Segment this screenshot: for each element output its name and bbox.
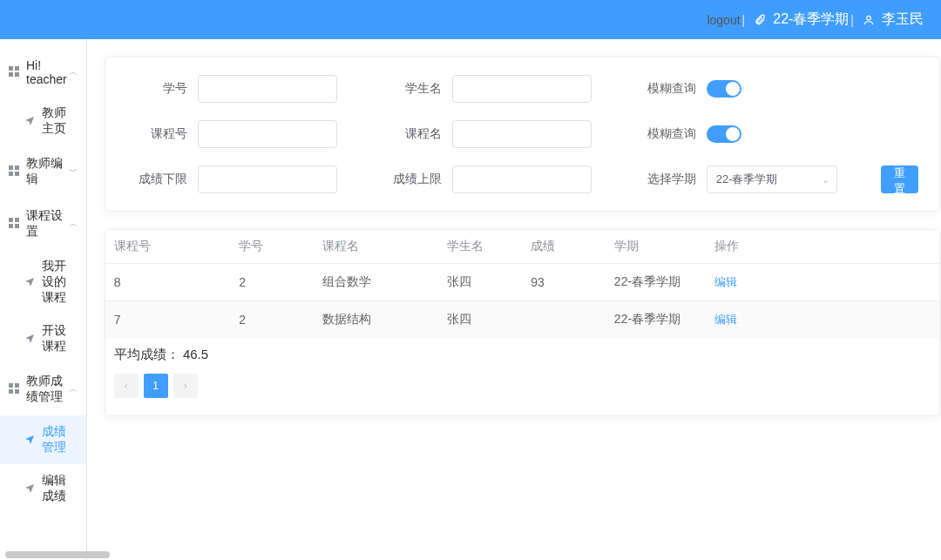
svg-rect-11 bbox=[9, 224, 13, 228]
svg-rect-7 bbox=[9, 172, 13, 176]
sidebar-group-label: 教师成绩管理 bbox=[26, 374, 69, 405]
plane-icon bbox=[24, 332, 35, 346]
avg-value: 46.5 bbox=[183, 347, 208, 361]
plane-icon bbox=[24, 482, 35, 496]
cell-course-id: 8 bbox=[105, 264, 231, 301]
course-id-label: 课程号 bbox=[126, 126, 187, 142]
divider: | bbox=[850, 13, 854, 27]
semester-select[interactable]: 22-春季学期 ⌄ bbox=[707, 165, 837, 193]
cell-student-name: 张四 bbox=[438, 301, 522, 339]
sidebar: Hi! teacher ︿ 教师主页 教师编辑 ﹀ 课程设置 ︿ bbox=[0, 39, 87, 560]
plane-icon bbox=[24, 433, 35, 447]
logout-link[interactable]: logout bbox=[707, 13, 740, 27]
sidebar-group-label: 教师编辑 bbox=[26, 156, 69, 187]
course-name-input[interactable] bbox=[452, 120, 592, 148]
th-student-name: 学生名 bbox=[438, 230, 522, 264]
course-id-input[interactable] bbox=[198, 120, 337, 148]
sidebar-group-label: Hi! teacher bbox=[26, 58, 69, 86]
sidebar-item-score-manage[interactable]: 成绩管理 bbox=[0, 415, 86, 464]
sidebar-item-label: 成绩管理 bbox=[42, 424, 78, 455]
sidebar-group-teacher[interactable]: Hi! teacher ︿ bbox=[0, 48, 86, 97]
sidebar-item-my-courses[interactable]: 我开设的课程 bbox=[0, 250, 86, 314]
svg-rect-14 bbox=[15, 383, 19, 388]
score-min-label: 成绩下限 bbox=[126, 172, 187, 187]
divider: | bbox=[742, 13, 746, 27]
current-semester: 22-春季学期 bbox=[773, 10, 849, 29]
main-content: 学号 学生名 模糊查询 课程号 课程名 bbox=[87, 39, 941, 560]
svg-rect-13 bbox=[9, 383, 13, 388]
grid-icon bbox=[9, 165, 19, 179]
grid-icon bbox=[9, 65, 19, 79]
chevron-down-icon: ⌄ bbox=[822, 174, 829, 186]
th-spacer bbox=[789, 230, 938, 264]
reset-button[interactable]: 重置 bbox=[881, 165, 918, 193]
student-name-label: 学生名 bbox=[381, 81, 442, 97]
sidebar-group-label: 课程设置 bbox=[26, 208, 69, 240]
cell-score bbox=[522, 301, 606, 339]
table-row: 8 2 组合数学 张四 93 22-春季学期 编辑 bbox=[105, 264, 939, 301]
cell-student-name: 张四 bbox=[438, 264, 522, 301]
sidebar-item-label: 我开设的课程 bbox=[42, 259, 78, 306]
svg-rect-12 bbox=[15, 224, 19, 228]
page-prev-button[interactable]: ‹ bbox=[114, 374, 139, 398]
th-course-name: 课程名 bbox=[314, 230, 439, 264]
course-name-label: 课程名 bbox=[381, 126, 442, 142]
sidebar-item-edit-score[interactable]: 编辑成绩 bbox=[0, 464, 86, 513]
table-row: 7 2 数据结构 张四 22-春季学期 编辑 bbox=[105, 301, 939, 339]
chevron-up-icon: ︿ bbox=[69, 218, 78, 230]
filter-panel: 学号 学生名 模糊查询 课程号 课程名 bbox=[105, 57, 940, 212]
fuzzy-search-toggle-2[interactable] bbox=[707, 125, 741, 143]
score-max-input[interactable] bbox=[452, 165, 592, 193]
sidebar-group-score[interactable]: 教师成绩管理 ︿ bbox=[0, 363, 86, 415]
th-course-id: 课程号 bbox=[105, 230, 231, 264]
svg-rect-4 bbox=[15, 72, 19, 77]
plane-icon bbox=[24, 114, 35, 128]
user-icon bbox=[863, 14, 875, 26]
th-student-id: 学号 bbox=[230, 230, 314, 264]
svg-point-0 bbox=[867, 16, 871, 20]
svg-rect-15 bbox=[9, 389, 13, 394]
fuzzy-search-label: 模糊查询 bbox=[635, 81, 696, 97]
pagination: ‹ 1 › bbox=[114, 374, 931, 398]
score-min-input[interactable] bbox=[198, 165, 337, 193]
sidebar-group-course[interactable]: 课程设置 ︿ bbox=[0, 198, 86, 250]
edit-link[interactable]: 编辑 bbox=[714, 313, 737, 326]
results-panel: 课程号 学号 课程名 学生名 成绩 学期 操作 8 2 组合数学 bbox=[105, 229, 940, 416]
student-name-input[interactable] bbox=[452, 75, 592, 103]
page-number-button[interactable]: 1 bbox=[144, 374, 168, 398]
sidebar-item-label: 教师主页 bbox=[42, 105, 78, 137]
edit-link[interactable]: 编辑 bbox=[714, 275, 737, 288]
cell-student-id: 2 bbox=[230, 264, 314, 301]
grid-icon bbox=[9, 217, 19, 231]
student-id-input[interactable] bbox=[198, 75, 337, 103]
username: 李玉民 bbox=[882, 10, 924, 29]
sidebar-group-teacher-edit[interactable]: 教师编辑 ﹀ bbox=[0, 145, 86, 198]
page-next-button[interactable]: › bbox=[173, 374, 198, 398]
horizontal-scrollbar[interactable] bbox=[5, 551, 110, 558]
th-action: 操作 bbox=[706, 230, 789, 264]
cell-semester: 22-春季学期 bbox=[606, 264, 706, 301]
semester-select-label: 选择学期 bbox=[635, 172, 696, 187]
student-id-label: 学号 bbox=[126, 81, 187, 97]
chevron-up-icon: ︿ bbox=[69, 383, 78, 395]
cell-student-id: 2 bbox=[230, 301, 314, 339]
sidebar-item-open-course[interactable]: 开设课程 bbox=[0, 314, 86, 363]
cell-course-name: 组合数学 bbox=[314, 264, 439, 301]
svg-rect-5 bbox=[9, 165, 13, 170]
svg-rect-16 bbox=[15, 389, 19, 394]
cell-semester: 22-春季学期 bbox=[606, 301, 706, 339]
attachment-icon bbox=[754, 14, 766, 26]
fuzzy-search-toggle-1[interactable] bbox=[707, 80, 741, 98]
svg-rect-10 bbox=[15, 218, 19, 222]
cell-course-name: 数据结构 bbox=[314, 301, 439, 339]
sidebar-item-label: 编辑成绩 bbox=[42, 473, 78, 504]
svg-rect-1 bbox=[9, 66, 13, 71]
svg-rect-6 bbox=[15, 165, 19, 170]
cell-course-id: 7 bbox=[105, 301, 231, 339]
sidebar-item-teacher-home[interactable]: 教师主页 bbox=[0, 97, 86, 145]
svg-rect-3 bbox=[9, 72, 13, 77]
th-score: 成绩 bbox=[522, 230, 606, 264]
chevron-down-icon: ﹀ bbox=[69, 165, 78, 178]
plane-icon bbox=[24, 275, 35, 289]
fuzzy-search-label: 模糊查询 bbox=[635, 126, 696, 142]
